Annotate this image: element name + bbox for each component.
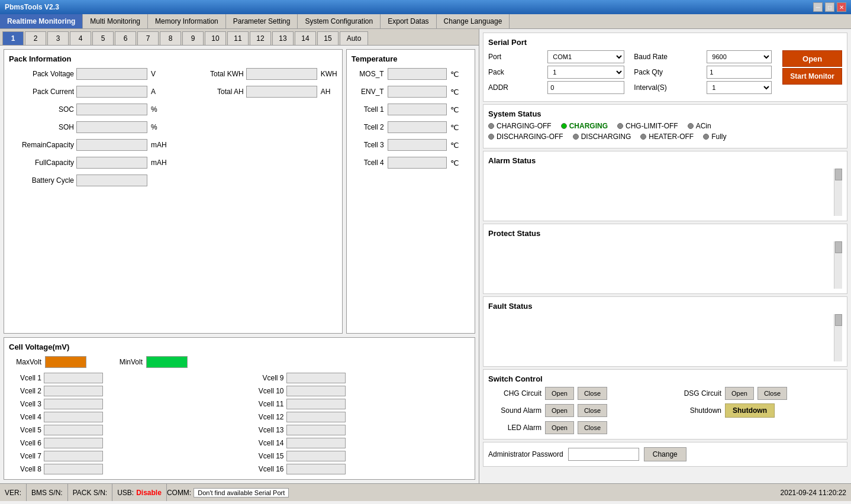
pack-tab-4[interactable]: 4 [70,31,91,45]
pack-tab-13[interactable]: 13 [272,31,294,45]
total-kwh-input[interactable] [246,68,317,80]
env-t-input[interactable] [388,86,447,98]
start-monitor-button[interactable]: Start Monitor [782,68,842,85]
vcell10-input[interactable] [286,386,346,396]
vcell9-row: Vcell 9 [252,373,470,383]
pack-tab-3[interactable]: 3 [47,31,69,45]
total-ah-input[interactable] [246,86,317,98]
alarm-scrollbar-track[interactable] [834,169,842,216]
port-label: Port [488,53,544,61]
vcell11-input[interactable] [286,399,346,409]
soh-input[interactable] [76,121,147,133]
minimize-button[interactable]: ─ [813,2,823,12]
remain-capacity-input[interactable] [76,139,147,151]
tcell1-label: Tcell 1 [352,105,384,114]
status-time: 2021-09-24 11:20:22 [781,489,846,497]
chg-circuit-open-button[interactable]: Open [545,387,574,400]
maxvolt-label: MaxVolt [9,358,41,366]
change-button[interactable]: Change [644,447,686,461]
vcell3-input[interactable] [44,399,103,409]
tab-parameter-setting[interactable]: Parameter Setting [226,14,298,28]
vcell14-input[interactable] [286,438,346,448]
volt-indicators-row: MaxVolt MinVolt [9,356,470,368]
port-select[interactable]: COM1 [547,50,624,63]
soh-label: SOH [9,123,74,131]
tcell1-input[interactable] [388,104,447,115]
pack-tab-15[interactable]: 15 [317,31,339,45]
pack-tab-11[interactable]: 11 [227,31,249,45]
tab-multi-monitoring[interactable]: Multi Monitoring [83,14,148,28]
pack-voltage-input[interactable] [76,68,147,80]
vcell2-input[interactable] [44,386,103,396]
chg-circuit-close-button[interactable]: Close [578,387,607,400]
left-panel: 1 2 3 4 5 6 7 8 9 10 11 12 13 14 15 Auto… [0,29,479,483]
pack-voltage-unit: V [151,70,163,78]
admin-password-input[interactable] [568,448,639,461]
protect-scrollbar-track[interactable] [834,241,842,289]
pack-tab-7[interactable]: 7 [137,31,159,45]
vcell6-input[interactable] [44,438,103,448]
led-alarm-close-button[interactable]: Close [578,421,607,434]
sound-alarm-close-button[interactable]: Close [578,404,607,417]
vcell9-input[interactable] [286,373,346,383]
battery-cycle-input[interactable] [76,175,147,186]
led-alarm-open-button[interactable]: Open [545,421,574,434]
vcell4-row: Vcell 4 [9,412,228,422]
vcell13-input[interactable] [286,425,346,435]
vcell16-row: Vcell 16 [252,464,470,474]
protect-scrollbar-thumb[interactable] [835,241,842,253]
soh-unit: % [151,123,163,131]
vcell12-input[interactable] [286,412,346,422]
pack-tab-5[interactable]: 5 [92,31,114,45]
pack-tab-14[interactable]: 14 [295,31,316,45]
soc-input[interactable] [76,104,147,115]
tab-memory-information[interactable]: Memory Information [148,14,226,28]
pack-tab-9[interactable]: 9 [182,31,204,45]
vcell16-input[interactable] [286,464,346,474]
pack-select[interactable]: 1 [547,66,624,79]
pack-tab-1[interactable]: 1 [2,31,24,45]
tab-system-configuration[interactable]: System Configuration [298,14,381,28]
pack-current-row: Pack Current A [9,86,167,98]
pack-qty-input[interactable] [707,66,772,79]
vcell5-input[interactable] [44,425,103,435]
pack-tab-8[interactable]: 8 [160,31,181,45]
shutdown-button[interactable]: Shutdown [725,403,775,418]
mos-t-unit: ℃ [450,70,459,79]
tcell3-input[interactable] [388,139,447,151]
interval-select[interactable]: 1 [707,81,772,94]
pack-current-input[interactable] [76,86,147,98]
tcell2-input[interactable] [388,121,447,133]
sound-alarm-open-button[interactable]: Open [545,404,574,417]
baud-rate-select[interactable]: 9600 [707,50,772,63]
vcell7-label: Vcell 7 [9,452,41,460]
dsg-circuit-open-button[interactable]: Open [725,387,754,400]
pack-tab-10[interactable]: 10 [205,31,226,45]
open-button[interactable]: Open [782,50,842,67]
vcell15-input[interactable] [286,451,346,461]
vcell4-input[interactable] [44,412,103,422]
mos-t-input[interactable] [388,68,447,80]
vcell8-input[interactable] [44,464,103,474]
tab-realtime-monitoring[interactable]: Realtime Monitoring [0,14,83,28]
tcell4-input[interactable] [388,157,447,169]
full-capacity-input[interactable] [76,157,147,169]
fault-scrollbar-thumb[interactable] [835,314,842,326]
pack-voltage-row: Pack Voltage V [9,68,167,80]
fault-scrollbar-track[interactable] [834,314,842,361]
close-button[interactable]: ✕ [837,2,846,12]
tab-export-datas[interactable]: Export Datas [381,14,436,28]
vcell8-label: Vcell 8 [9,465,41,473]
status-bar: VER: BMS S/N: PACK S/N: USB: Disable COM… [0,483,851,501]
pack-tab-6[interactable]: 6 [115,31,136,45]
vcell7-input[interactable] [44,451,103,461]
pack-tab-auto[interactable]: Auto [340,31,368,45]
dsg-circuit-close-button[interactable]: Close [757,387,787,400]
maximize-button[interactable]: □ [825,2,834,12]
pack-tab-12[interactable]: 12 [250,31,271,45]
vcell1-input[interactable] [44,373,103,383]
addr-input[interactable] [547,81,624,94]
pack-tab-2[interactable]: 2 [25,31,46,45]
alarm-scrollbar-thumb[interactable] [835,169,842,180]
tab-change-language[interactable]: Change Language [437,14,510,28]
